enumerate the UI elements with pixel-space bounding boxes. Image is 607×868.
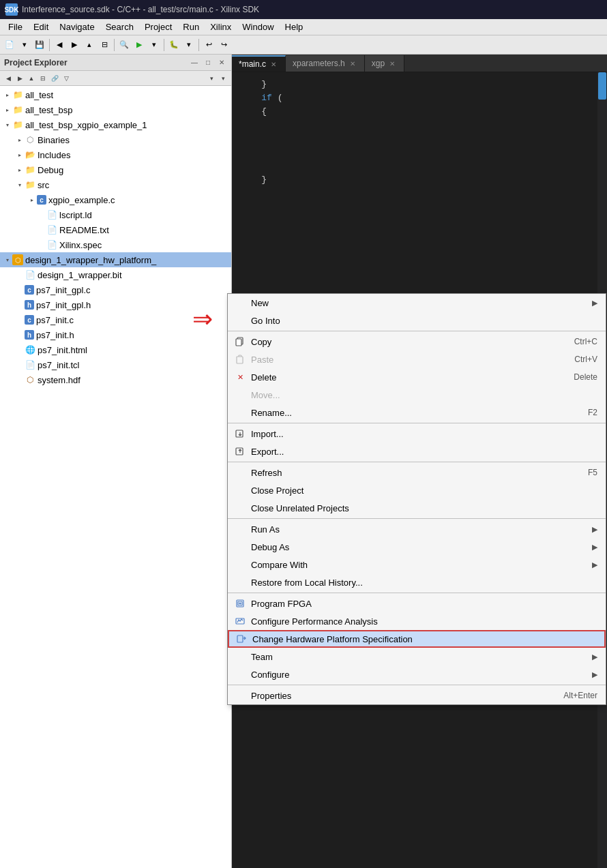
- ctx-import[interactable]: Import...: [228, 425, 606, 443]
- ctx-change-hw[interactable]: Change Hardware Platform Specification: [228, 630, 606, 648]
- toolbar-forward-btn[interactable]: ▶: [68, 38, 81, 52]
- system-hdf-icon: ⬡: [25, 374, 35, 385]
- ctx-rename[interactable]: Rename... F2: [228, 404, 606, 421]
- toolbar-nav-btn[interactable]: ⊟: [98, 38, 111, 52]
- panel-up-btn[interactable]: ▲: [26, 73, 37, 84]
- tree-item-debug[interactable]: ▸ 📁 Debug: [0, 162, 231, 177]
- panel-menu-btn[interactable]: ▾: [206, 73, 217, 84]
- toolbar-new-btn[interactable]: 📄: [3, 38, 16, 52]
- expand-binaries[interactable]: ▸: [15, 135, 25, 145]
- expand-debug[interactable]: ▸: [15, 165, 25, 175]
- ctx-copy[interactable]: Copy Ctrl+C: [228, 333, 606, 350]
- toolbar-save-btn[interactable]: 💾: [33, 38, 46, 52]
- tree-item-xgpio[interactable]: ▸ c xgpio_example.c: [0, 192, 231, 207]
- scroll-thumb[interactable]: [598, 72, 606, 100]
- expand-all_test[interactable]: ▸: [3, 90, 12, 100]
- tab-main-c-close[interactable]: ✕: [269, 59, 278, 69]
- menu-xilinx[interactable]: Xilinx: [205, 20, 237, 33]
- expand-includes[interactable]: ▸: [15, 150, 25, 160]
- tree-item-src[interactable]: ▾ 📁 src: [0, 177, 231, 192]
- ctx-close-unrelated[interactable]: Close Unrelated Projects: [228, 499, 606, 517]
- ctx-compare-with-arrow: ▶: [592, 560, 597, 569]
- panel-viewmenu-btn[interactable]: ▾: [218, 73, 228, 84]
- tree-item-ps7-html[interactable]: 🌐 ps7_init.html: [0, 342, 231, 357]
- expand-all_test_bsp[interactable]: ▸: [3, 105, 12, 115]
- toolbar-debug-dropdown[interactable]: ▾: [182, 38, 196, 52]
- tree-item-binaries[interactable]: ▸ ⬡ Binaries: [0, 132, 231, 147]
- panel-close-btn[interactable]: ✕: [216, 57, 227, 68]
- expand-xgpio[interactable]: ▸: [27, 195, 37, 205]
- binaries-icon: ⬡: [25, 134, 35, 145]
- menu-project[interactable]: Project: [139, 20, 177, 33]
- tab-xparameters-h[interactable]: xparameters.h ✕: [286, 55, 365, 72]
- menu-run[interactable]: Run: [177, 20, 205, 33]
- toolbar-back-btn[interactable]: ◀: [53, 38, 66, 52]
- panel-minimize-btn[interactable]: —: [189, 57, 200, 68]
- menu-file[interactable]: File: [3, 20, 28, 33]
- tree-item-ps7-gpl-c[interactable]: c ps7_init_gpl.c: [0, 282, 231, 297]
- toolbar-separator-2: [114, 39, 115, 51]
- panel-forward-btn[interactable]: ▶: [14, 73, 25, 84]
- toolbar-redo-btn[interactable]: ↪: [217, 38, 231, 52]
- tab-xgp-close[interactable]: ✕: [387, 59, 397, 68]
- toolbar-up-btn[interactable]: ▴: [83, 38, 96, 52]
- tab-xparameters-h-close[interactable]: ✕: [348, 59, 357, 68]
- tree-item-all_test[interactable]: ▸ 📁 all_test: [0, 87, 231, 102]
- tree-item-design-wrapper[interactable]: ▾ ⬡ design_1_wrapper_hw_platform_: [0, 252, 231, 267]
- panel-maximize-btn[interactable]: □: [203, 57, 213, 68]
- ctx-restore-history[interactable]: Restore from Local History...: [228, 573, 606, 591]
- tree-item-design-bit[interactable]: 📄 design_1_wrapper.bit: [0, 267, 231, 282]
- tree-item-ps7-tcl[interactable]: 📄 ps7_init.tcl: [0, 357, 231, 372]
- tree-item-includes[interactable]: ▸ 📂 Includes: [0, 147, 231, 162]
- toolbar-undo-btn[interactable]: ↩: [202, 38, 216, 52]
- toolbar-debug-btn[interactable]: 🐛: [167, 38, 181, 52]
- tab-main-c[interactable]: *main.c ✕: [232, 55, 286, 72]
- expand-ps7-html: [15, 345, 25, 355]
- menu-window[interactable]: Window: [237, 20, 279, 33]
- expand-all_test_bsp_xgpio[interactable]: ▾: [3, 120, 12, 130]
- ctx-configure-perf[interactable]: Configure Performance Analysis: [228, 612, 606, 630]
- menu-edit[interactable]: Edit: [28, 20, 54, 33]
- expand-ps7-h: [15, 330, 25, 340]
- ctx-configure[interactable]: Configure ▶: [228, 665, 606, 683]
- toolbar-run-btn[interactable]: ▶: [132, 38, 146, 52]
- label-all_test_bsp: all_test_bsp: [25, 105, 72, 115]
- label-debug: Debug: [38, 165, 63, 175]
- ctx-debug-as[interactable]: Debug As ▶: [228, 538, 606, 556]
- ctx-program-fpga[interactable]: Program FPGA: [228, 595, 606, 612]
- toolbar: 📄 ▾ 💾 ◀ ▶ ▴ ⊟ 🔍 ▶ ▾ 🐛 ▾ ↩ ↪: [0, 35, 607, 55]
- menu-help[interactable]: Help: [280, 20, 309, 33]
- expand-design-wrapper[interactable]: ▾: [3, 255, 12, 265]
- ctx-new[interactable]: New ▶: [228, 294, 606, 312]
- ctx-export[interactable]: Export...: [228, 443, 606, 460]
- menu-search[interactable]: Search: [100, 20, 139, 33]
- tab-xgp[interactable]: xgp ✕: [365, 55, 404, 72]
- ctx-sep-3: [228, 462, 606, 462]
- tree-item-system-hdf[interactable]: ⬡ system.hdf: [0, 372, 231, 387]
- panel-back-btn[interactable]: ◀: [3, 73, 14, 84]
- menu-navigate[interactable]: Navigate: [54, 20, 100, 33]
- panel-filter-btn[interactable]: ▽: [61, 73, 72, 84]
- tree-item-all_test_bsp[interactable]: ▸ 📁 all_test_bsp: [0, 102, 231, 117]
- ctx-go-into[interactable]: Go Into: [228, 312, 606, 329]
- toolbar-dropdown[interactable]: ▾: [18, 38, 31, 52]
- tree-item-lscript[interactable]: 📄 lscript.ld: [0, 207, 231, 222]
- ctx-delete[interactable]: ✕ Delete Delete: [228, 368, 606, 386]
- toolbar-search-btn[interactable]: 🔍: [117, 38, 131, 52]
- code-line-6: [240, 146, 599, 160]
- ps7-tcl-icon: 📄: [25, 359, 35, 370]
- expand-src[interactable]: ▾: [15, 180, 25, 190]
- panel-collapseall-btn[interactable]: ⊟: [38, 73, 48, 84]
- ps7-gpl-h-icon: h: [25, 300, 34, 310]
- ctx-compare-with[interactable]: Compare With ▶: [228, 556, 606, 573]
- ctx-properties[interactable]: Properties Alt+Enter: [228, 687, 606, 704]
- tree-item-xilinx-spec[interactable]: 📄 Xilinx.spec: [0, 237, 231, 252]
- tree-item-readme[interactable]: 📄 README.txt: [0, 222, 231, 237]
- ctx-close-project[interactable]: Close Project: [228, 481, 606, 499]
- ctx-run-as[interactable]: Run As ▶: [228, 520, 606, 538]
- ctx-team[interactable]: Team ▶: [228, 648, 606, 665]
- panel-link-btn[interactable]: 🔗: [49, 73, 60, 84]
- tree-item-all_test_bsp_xgpio[interactable]: ▾ 📁 all_test_bsp_xgpio_example_1: [0, 117, 231, 132]
- ctx-refresh[interactable]: Refresh F5: [228, 464, 606, 481]
- toolbar-run-dropdown[interactable]: ▾: [147, 38, 161, 52]
